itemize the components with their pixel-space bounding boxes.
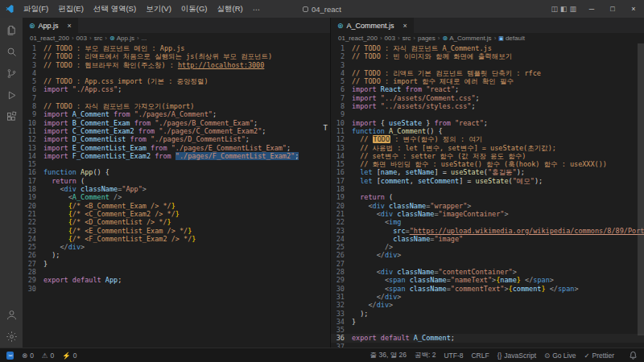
breadcrumb-item[interactable]: ... <box>142 35 147 42</box>
close-icon[interactable]: × <box>403 22 407 30</box>
code-line[interactable]: 19 <A_Comment /> <box>23 193 330 201</box>
code-line[interactable]: 17 let [comment, setComment] = useState(… <box>331 177 644 185</box>
search-icon[interactable] <box>0 41 23 63</box>
explorer-icon[interactable] <box>0 19 23 41</box>
tab-app-js[interactable]: ⊛ App.js × <box>23 18 79 33</box>
code-line[interactable]: 20 <div className="wrapper"> <box>331 202 644 210</box>
code-line[interactable]: 6import React from "react"; <box>331 85 644 93</box>
breadcrumb-item[interactable]: ⊛App.js <box>109 35 134 42</box>
code-line[interactable]: 1// TODO : 자식 컴포넌트 A_Comment.js <box>331 44 644 52</box>
code-line[interactable]: 27} <box>23 260 330 268</box>
status-cursor-position[interactable]: 줄 36, 열 26 <box>370 351 407 360</box>
status-warnings[interactable]: ⚠0 <box>42 352 54 360</box>
code-line[interactable]: 14import F_CommentList_Exam2 from "./pag… <box>23 152 330 160</box>
status-prettier[interactable]: ✓Prettier <box>584 352 614 360</box>
code-line[interactable]: 26 ); <box>23 251 330 259</box>
code-line[interactable]: 12 // TODO : 변수(함수) 정의 : 여기 <box>331 135 644 143</box>
code-line[interactable]: 15 <box>23 160 330 168</box>
code-line[interactable]: 7import "../assets/Comment.css"; <box>331 94 644 102</box>
code-line[interactable]: 3// TODO : 웹브라우저 확인(주소창) : http://localh… <box>23 61 330 69</box>
status-indentation[interactable]: 공백: 2 <box>415 351 436 360</box>
status-encoding[interactable]: UTF-8 <box>444 352 463 360</box>
scrollbar-thumb[interactable] <box>638 43 644 335</box>
code-line[interactable]: 25 /> <box>331 243 644 251</box>
code-line[interactable]: 18 <box>331 185 644 193</box>
breadcrumb-item[interactable]: 01_react_200 <box>338 35 378 42</box>
code-line[interactable]: 25 </div> <box>23 243 330 251</box>
code-line[interactable]: 31 </div> <box>331 293 644 301</box>
code-line[interactable]: 4// TODO : 리액트 기본 컴포넌트 템플릿 단축키 : rfce <box>331 69 644 77</box>
code-line[interactable]: 30 <span className="commentText">{commen… <box>331 285 644 293</box>
code-line[interactable]: 26 </div> <box>331 251 644 259</box>
layout-toggle-icon[interactable]: ◧ <box>560 5 568 13</box>
breadcrumb-item[interactable]: ▣default <box>498 35 525 42</box>
breadcrumb-item[interactable]: 01_react_200 <box>30 35 69 42</box>
source-control-icon[interactable] <box>0 63 23 84</box>
breadcrumb-item[interactable]: ⊛A_Comment.js <box>442 35 491 42</box>
maximize-button[interactable]: □ <box>602 0 623 18</box>
code-line[interactable]: 16 let [name, setName] = useState("홍길동")… <box>331 168 644 176</box>
status-remote[interactable]: >< <box>6 352 14 360</box>
code-line[interactable]: 13 // 사용법 : let [변수, set변수] = useState(초… <box>331 144 644 152</box>
code-line[interactable]: 23 src="https://upload.wikimedia.org/wik… <box>331 227 644 235</box>
code-line[interactable]: 20 {/* <B_Comment_Exam /> */} <box>23 202 330 210</box>
code-line[interactable]: 11function A_Comment() { <box>331 127 644 135</box>
code-line[interactable]: 32 </div> <box>331 301 644 309</box>
extensions-icon[interactable] <box>0 106 23 128</box>
code-line[interactable]: 28 <div className="contentContainer"> <box>331 268 644 276</box>
code-line[interactable]: 14 // set변수 : setter 함수 (값 저장 용도 함수) <box>331 152 644 160</box>
code-line[interactable]: 5// TODO : import 함수 제대로 에러 확인 필수 <box>331 77 644 85</box>
code-line[interactable]: 30 <box>23 285 330 293</box>
code-line[interactable]: 29export default App; <box>23 276 330 284</box>
menu-item[interactable]: 실행(R) <box>213 2 248 16</box>
code-line[interactable]: 35 <box>331 326 644 334</box>
code-line[interactable]: 8// TODO : 자식 컴포넌트 가져오기(import) <box>23 102 330 110</box>
code-line[interactable]: 10import { useState } from "react"; <box>331 119 644 127</box>
layout-toggle-icon[interactable]: ▥ <box>569 5 576 13</box>
code-line[interactable]: 7 <box>23 94 330 102</box>
code-line[interactable]: 1// TODO : 부모 컴포넌트 메인 : App.js <box>23 44 330 52</box>
code-line[interactable]: 9 <box>331 110 644 118</box>
code-line[interactable]: 33 ); <box>331 310 644 318</box>
code-line[interactable]: 10import B_Comment_Exam from "./pages/B_… <box>23 119 330 127</box>
menu-item[interactable]: 보기(V) <box>141 2 176 16</box>
code-line[interactable]: 9import A_Comment from "./pages/A_Commen… <box>23 110 330 118</box>
breadcrumb-item[interactable]: 003 <box>76 35 87 42</box>
status-eol[interactable]: CRLF <box>471 352 489 360</box>
code-line[interactable]: 36export default A_Comment; <box>331 334 644 342</box>
code-line[interactable]: 34} <box>331 318 644 326</box>
code-line[interactable]: 24 {/* <F_CommentList_Exam2 /> */} <box>23 235 330 243</box>
code-line[interactable]: 16function App() { <box>23 168 330 176</box>
tab-a-comment-js[interactable]: ⊛ A_Comment.js × <box>331 18 415 33</box>
code-line[interactable]: 15 // 화면 바인딩 함수 : useState() 함수 (훅(hook)… <box>331 160 644 168</box>
code-line[interactable]: 23 {/* <E_CommentList_Exam /> */} <box>23 227 330 235</box>
menu-item[interactable]: ⋯ <box>248 3 266 15</box>
code-line[interactable]: 24 className="image" <box>331 235 644 243</box>
status-errors[interactable]: ⊗0 <box>22 352 34 360</box>
breadcrumb-item[interactable]: src <box>402 35 411 42</box>
accounts-icon[interactable] <box>0 304 23 326</box>
code-line[interactable]: 11import C_Comment_Exam2 from "./pages/C… <box>23 127 330 135</box>
status-go-live[interactable]: ⊙Go Live <box>544 352 576 360</box>
vertical-scrollbar[interactable] <box>638 43 644 348</box>
code-line[interactable]: 27 <box>331 260 644 268</box>
code-line[interactable]: 2// TODO : 빈 이미지와 함께 화면에 출력해보기 <box>331 52 644 60</box>
code-line[interactable]: 18 <div className="App"> <box>23 185 330 193</box>
code-line[interactable]: 37 <box>331 343 644 348</box>
code-line[interactable]: 22 <img <box>331 218 644 226</box>
code-line[interactable]: 4 <box>23 69 330 77</box>
menu-item[interactable]: 이동(G) <box>176 2 213 16</box>
code-line[interactable]: 22 {/* <D_CommentList /> */} <box>23 218 330 226</box>
breadcrumb-item[interactable]: pages <box>418 35 436 42</box>
breadcrumb-item[interactable]: src <box>94 35 103 42</box>
code-line[interactable]: 5// TODO : App.css import (기본 : 중앙정렬) <box>23 77 330 85</box>
code-line[interactable]: 6import "./App.css"; <box>23 85 330 93</box>
menu-item[interactable]: 편집(E) <box>53 2 89 16</box>
status-language-javascript[interactable]: {}JavaScript <box>497 352 536 360</box>
code-line[interactable]: 13import E_CommentList_Exam from "./page… <box>23 144 330 152</box>
status-ports[interactable]: ⚡0 <box>62 352 76 360</box>
run-debug-icon[interactable] <box>0 84 23 106</box>
code-line[interactable]: 17 return ( <box>23 177 330 185</box>
close-icon[interactable]: × <box>68 22 72 30</box>
code-line[interactable]: 21 <div className="imageContainer"> <box>331 210 644 218</box>
